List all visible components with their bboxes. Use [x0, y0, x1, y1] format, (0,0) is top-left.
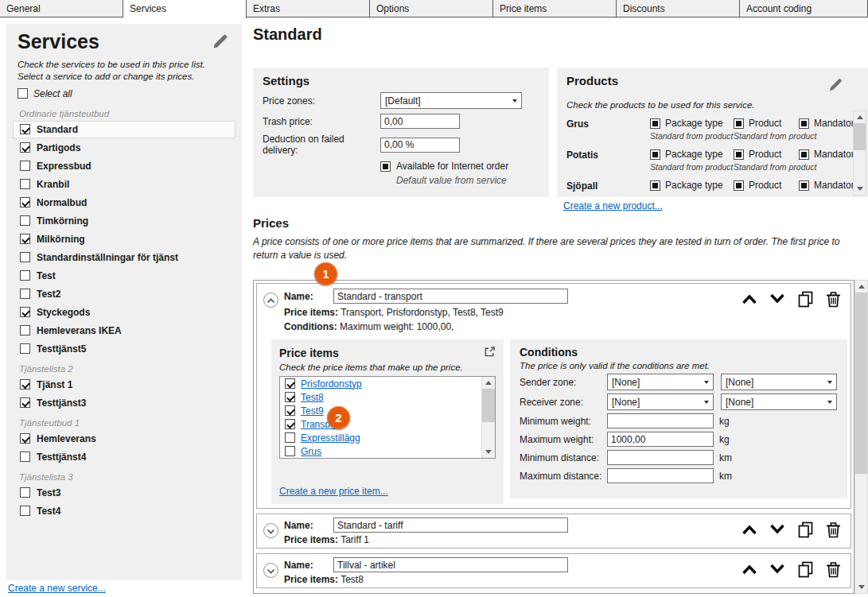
service-checkbox[interactable]: [20, 325, 30, 335]
condition-input[interactable]: [607, 413, 714, 428]
tab-account-coding[interactable]: Account coding: [740, 0, 868, 17]
price-item-link[interactable]: Expresstillägg: [301, 432, 360, 444]
move-up-button[interactable]: [740, 289, 759, 308]
service-item[interactable]: Partigods: [13, 139, 235, 157]
service-item[interactable]: Timkörning: [13, 212, 235, 230]
create-service-link[interactable]: Create a new service...: [8, 583, 106, 594]
scroll-down-button[interactable]: [482, 446, 495, 458]
service-checkbox[interactable]: [20, 452, 30, 462]
price-item-checkbox[interactable]: [285, 392, 295, 402]
tab-services[interactable]: Services: [123, 0, 247, 18]
scroll-up-button[interactable]: [854, 111, 866, 123]
move-up-button[interactable]: [740, 520, 759, 539]
price-name-input[interactable]: [333, 518, 568, 533]
price-name-input[interactable]: [333, 557, 568, 572]
service-checkbox[interactable]: [20, 487, 30, 498]
scrollbar-thumb[interactable]: [854, 123, 866, 150]
price-item-checkbox[interactable]: [285, 405, 295, 416]
tab-price-items[interactable]: Price items: [493, 0, 617, 17]
price-item-link[interactable]: Test9: [301, 405, 324, 417]
internet-order-checkbox[interactable]: [380, 161, 391, 172]
service-checkbox[interactable]: [20, 124, 30, 134]
tab-discounts[interactable]: Discounts: [617, 0, 740, 17]
service-item[interactable]: Testtjänst3: [13, 394, 235, 412]
copy-button[interactable]: [796, 289, 815, 308]
service-item[interactable]: Kranbil: [13, 176, 235, 193]
service-item[interactable]: Standardinställningar för tjänst: [13, 249, 235, 266]
open-external-icon[interactable]: [484, 346, 496, 360]
scrollbar-track[interactable]: [482, 389, 495, 446]
products-scrollbar[interactable]: [853, 110, 866, 196]
service-item[interactable]: Tjänst 1: [13, 376, 235, 393]
service-item[interactable]: Test3: [13, 484, 235, 502]
service-item[interactable]: Testtjänst4: [13, 448, 235, 466]
product-checkbox[interactable]: [734, 118, 744, 129]
move-down-button[interactable]: [768, 560, 787, 579]
product-checkbox[interactable]: [799, 118, 809, 129]
scrollbar-thumb[interactable]: [855, 293, 867, 474]
price-items-scrollbar[interactable]: [481, 377, 495, 458]
move-down-button[interactable]: [768, 289, 787, 308]
service-item[interactable]: Styckegods: [13, 304, 235, 321]
price-item-checkbox[interactable]: [285, 378, 295, 389]
service-checkbox[interactable]: [20, 379, 30, 390]
condition-zone-select[interactable]: [None]: [607, 374, 714, 390]
service-checkbox[interactable]: [20, 433, 30, 444]
condition-input[interactable]: [607, 432, 714, 447]
prices-scrollbar[interactable]: [854, 280, 868, 594]
service-item[interactable]: Milkörning: [13, 231, 235, 248]
scrollbar-track[interactable]: [855, 293, 867, 581]
service-item[interactable]: Expressbud: [13, 157, 235, 175]
select-all-checkbox[interactable]: [18, 88, 28, 99]
service-item[interactable]: Hemleverans IKEA: [13, 322, 235, 339]
price-item-checkbox[interactable]: [285, 419, 295, 429]
service-checkbox[interactable]: [20, 215, 30, 226]
service-checkbox[interactable]: [20, 506, 30, 516]
scrollbar-track[interactable]: [854, 123, 866, 183]
price-item-link[interactable]: Prisfordonstyp: [301, 378, 362, 390]
move-down-button[interactable]: [768, 520, 787, 539]
price-item-checkbox[interactable]: [285, 446, 295, 456]
service-item[interactable]: Normalbud: [13, 194, 235, 211]
edit-products-button[interactable]: [823, 74, 847, 98]
product-checkbox[interactable]: [650, 180, 660, 191]
edit-services-button[interactable]: [208, 30, 232, 54]
service-item[interactable]: Test2: [13, 285, 235, 303]
delete-button[interactable]: [823, 520, 843, 539]
service-item[interactable]: Standard: [13, 121, 235, 138]
delete-button[interactable]: [823, 560, 843, 579]
tab-extras[interactable]: Extras: [247, 0, 370, 17]
service-checkbox[interactable]: [20, 234, 30, 244]
scroll-down-button[interactable]: [854, 183, 866, 195]
select-all-row[interactable]: Select all: [6, 86, 242, 102]
product-checkbox[interactable]: [650, 118, 660, 129]
product-checkbox[interactable]: [799, 180, 809, 191]
service-checkbox[interactable]: [20, 252, 30, 262]
tab-general[interactable]: General: [0, 0, 123, 17]
product-checkbox[interactable]: [734, 180, 744, 191]
service-item[interactable]: Test4: [13, 502, 235, 520]
price-item-link[interactable]: Test8: [301, 392, 324, 403]
scroll-up-button[interactable]: [855, 281, 867, 293]
service-checkbox[interactable]: [20, 343, 30, 354]
scroll-down-button[interactable]: [855, 581, 867, 593]
service-checkbox[interactable]: [20, 270, 30, 281]
product-checkbox[interactable]: [650, 149, 660, 160]
condition-zone-select[interactable]: [None]: [721, 393, 837, 410]
condition-input[interactable]: [607, 450, 714, 465]
service-item[interactable]: Hemleverans: [13, 430, 235, 448]
service-item[interactable]: Test: [13, 267, 235, 285]
create-product-link[interactable]: Create a new product...: [563, 200, 663, 211]
service-checkbox[interactable]: [20, 289, 30, 299]
create-price-item-link[interactable]: Create a new price item...: [279, 486, 388, 497]
copy-button[interactable]: [796, 560, 815, 579]
price-name-input[interactable]: [333, 289, 568, 304]
service-checkbox[interactable]: [20, 179, 30, 189]
service-checkbox[interactable]: [20, 197, 30, 207]
trash-price-input[interactable]: [380, 114, 460, 129]
service-checkbox[interactable]: [20, 161, 30, 171]
service-checkbox[interactable]: [20, 307, 30, 317]
condition-zone-select[interactable]: [None]: [721, 374, 837, 390]
tab-options[interactable]: Options: [370, 0, 493, 17]
product-checkbox[interactable]: [799, 149, 809, 160]
